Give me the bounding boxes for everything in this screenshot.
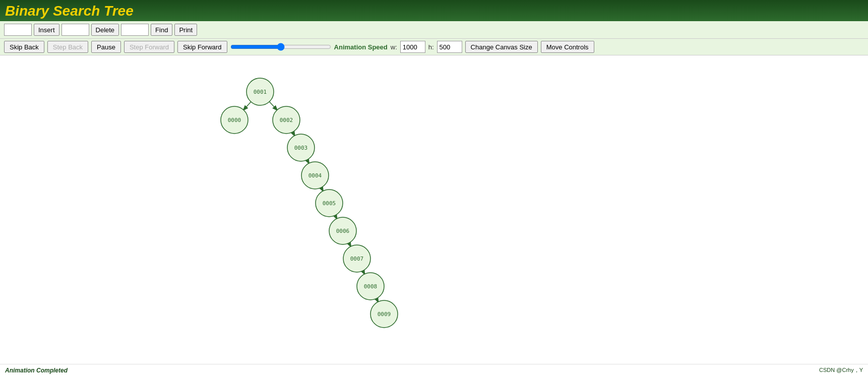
animation-speed-label: Animation Speed [334,43,388,51]
height-input[interactable] [437,41,462,53]
svg-line-8 [363,271,364,274]
height-label: h: [428,43,434,51]
width-label: w: [391,43,397,51]
svg-line-1 [243,102,251,110]
svg-line-2 [269,102,277,110]
svg-text:0007: 0007 [350,256,364,262]
svg-line-7 [349,243,351,246]
svg-text:0002: 0002 [280,117,293,123]
find-button[interactable]: Find [151,24,172,36]
app-header: Binary Search Tree [0,0,868,21]
svg-line-5 [321,187,323,191]
svg-text:0005: 0005 [323,200,336,207]
tree-svg: 0001000000020003000400050006000700080009 [0,55,868,348]
canvas-area: 0001000000020003000400050006000700080009 [0,55,868,348]
svg-line-6 [335,215,337,219]
insert-input[interactable] [4,24,32,36]
step-forward-button[interactable]: Step Forward [124,41,174,53]
skip-forward-button[interactable]: Skip Forward [177,41,227,53]
svg-text:0009: 0009 [378,311,391,318]
delete-button[interactable]: Delete [91,24,119,36]
step-back-button[interactable]: Step Back [47,41,88,53]
svg-text:0004: 0004 [308,172,322,179]
pause-button[interactable]: Pause [91,41,121,53]
svg-text:0003: 0003 [294,145,308,151]
move-controls-button[interactable]: Move Controls [541,41,594,53]
app-title: Binary Search Tree [5,3,863,19]
find-input[interactable] [121,24,149,36]
svg-text:0008: 0008 [364,283,378,290]
change-canvas-button[interactable]: Change Canvas Size [465,41,538,53]
svg-text:0006: 0006 [336,228,350,234]
skip-back-button[interactable]: Skip Back [4,41,44,53]
insert-button[interactable]: Insert [34,24,59,36]
print-button[interactable]: Print [174,24,197,36]
svg-line-3 [293,132,295,136]
toolbar: Insert Delete Find Print [0,21,868,39]
width-input[interactable] [400,41,425,53]
controls-row: Skip Back Step Back Pause Step Forward S… [0,39,868,55]
svg-line-9 [377,298,378,302]
animation-speed-slider[interactable] [230,41,331,53]
svg-text:0001: 0001 [254,89,267,95]
svg-text:0000: 0000 [228,117,241,123]
svg-line-4 [307,160,309,163]
delete-input[interactable] [61,24,89,36]
